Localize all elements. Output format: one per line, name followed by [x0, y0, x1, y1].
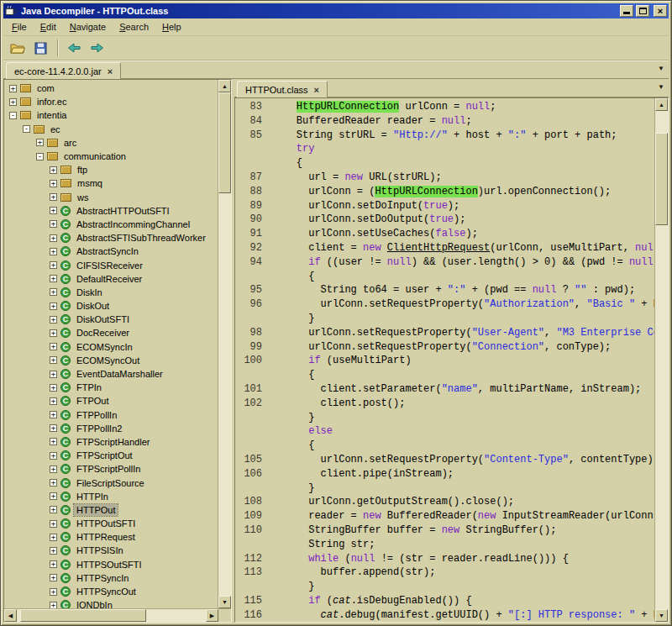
scroll-left-icon[interactable]: ◀	[4, 609, 17, 622]
back-button[interactable]	[63, 39, 85, 58]
type-link[interactable]: ClientHttpRequest	[387, 242, 490, 254]
tree-item-FTPScriptHandler[interactable]: +CFTPScriptHandler	[4, 435, 218, 449]
scrollbar-thumb[interactable]	[655, 133, 668, 225]
jar-tab[interactable]: ec-core-11.4.2.0.0.jar ×	[6, 62, 121, 79]
expand-icon[interactable]: +	[9, 85, 17, 92]
expand-icon[interactable]: +	[50, 207, 57, 214]
tree-item-FTPPollIn[interactable]: +CFTPPollIn	[4, 408, 218, 422]
tree-item-arc[interactable]: +arc	[4, 136, 218, 150]
expand-icon[interactable]: +	[50, 397, 57, 405]
open-jar-button[interactable]	[7, 39, 29, 58]
tree-item-DefaultReceiver[interactable]: +CDefaultReceiver	[4, 272, 218, 286]
tree-vertical-scrollbar[interactable]: ▲ ▼	[218, 80, 231, 608]
scroll-up-icon[interactable]: ▲	[655, 98, 668, 111]
tree-horizontal-scrollbar[interactable]: ◀ ▶	[4, 608, 231, 622]
tree-item-FTPOut[interactable]: +CFTPOut	[4, 394, 218, 408]
expand-icon[interactable]: +	[50, 234, 57, 242]
tree-item-DiskOut[interactable]: +CDiskOut	[4, 299, 218, 313]
tree-item-CIFSISReceiver[interactable]: +CCIFSISReceiver	[4, 258, 218, 271]
tree-item-ECOMSyncIn[interactable]: +CECOMSyncIn	[4, 340, 218, 354]
collapse-icon[interactable]: -	[36, 153, 44, 160]
tree-item-communication[interactable]: -communication	[4, 150, 218, 163]
tree-item-ws[interactable]: +ws	[4, 191, 218, 204]
tree-item-infor.ec[interactable]: +infor.ec	[4, 95, 218, 108]
forward-button[interactable]	[87, 39, 108, 58]
expand-icon[interactable]: +	[50, 452, 57, 460]
collapse-icon[interactable]: -	[23, 125, 30, 133]
expand-icon[interactable]: +	[50, 166, 57, 174]
tree-item-intentia[interactable]: -intentia	[4, 108, 218, 122]
tree-item-DiskOutSFTI[interactable]: +CDiskOutSFTI	[4, 313, 218, 326]
title-bar[interactable]: Java Decompiler - HTTPOut.class ×	[3, 3, 669, 18]
tree-item-HTTPSyncOut[interactable]: +CHTTPSyncOut	[4, 585, 218, 598]
tree-item-AbstractHTTPOutSFTI[interactable]: +CAbstractHTTPOutSFTI	[4, 204, 218, 218]
expand-icon[interactable]: +	[50, 180, 57, 187]
expand-icon[interactable]: +	[50, 424, 57, 432]
expand-icon[interactable]: +	[50, 547, 57, 555]
tree-item-ftp[interactable]: +ftp	[4, 163, 218, 176]
scroll-up-icon[interactable]: ▲	[218, 80, 231, 92]
expand-icon[interactable]: +	[50, 466, 57, 473]
scrollbar-thumb[interactable]	[218, 92, 231, 193]
expand-icon[interactable]: +	[9, 98, 17, 106]
expand-icon[interactable]: +	[50, 343, 57, 350]
class-tab[interactable]: HTTPOut.class ×	[237, 81, 328, 97]
expand-icon[interactable]: +	[50, 275, 57, 282]
tree-item-IONDbIn[interactable]: +CIONDbIn	[4, 598, 218, 608]
tree-item-HTTPOut[interactable]: +CHTTPOut	[4, 503, 218, 517]
minimize-button[interactable]	[620, 5, 633, 17]
expand-icon[interactable]: +	[50, 384, 57, 392]
scroll-down-icon[interactable]: ▼	[655, 609, 668, 622]
expand-icon[interactable]: +	[50, 602, 57, 608]
menu-file[interactable]: File	[5, 19, 34, 34]
expand-icon[interactable]: +	[50, 248, 57, 255]
tab-list-dropdown-icon[interactable]: ▼	[658, 83, 664, 91]
menu-navigate[interactable]: Navigate	[63, 19, 113, 34]
tree-item-com[interactable]: +com	[4, 82, 218, 95]
expand-icon[interactable]: +	[50, 193, 57, 201]
tab-list-dropdown-icon[interactable]: ▼	[658, 65, 664, 72]
package-tree[interactable]: +com+infor.ec-intentia-ec+arc-communicat…	[4, 80, 218, 608]
tree-item-HTTPOutSFTI[interactable]: +CHTTPOutSFTI	[4, 517, 218, 530]
expand-icon[interactable]: +	[50, 316, 57, 324]
expand-icon[interactable]: +	[50, 588, 57, 596]
tree-item-HTTPIn[interactable]: +CHTTPIn	[4, 490, 218, 503]
tree-item-AbstractIncommingChannel[interactable]: +CAbstractIncommingChannel	[4, 218, 218, 231]
expand-icon[interactable]: +	[50, 520, 57, 528]
scrollbar-track[interactable]	[17, 609, 206, 622]
tree-item-HTTPSyncIn[interactable]: +CHTTPSyncIn	[4, 571, 218, 585]
tree-item-HTTPSISIn[interactable]: +CHTTPSISIn	[4, 544, 218, 557]
scroll-down-icon[interactable]: ▼	[218, 596, 231, 608]
expand-icon[interactable]: +	[50, 438, 57, 445]
tree-item-AbstractSFTISubThreadWorker[interactable]: +CAbstractSFTISubThreadWorker	[4, 231, 218, 245]
expand-icon[interactable]: +	[50, 506, 57, 513]
expand-icon[interactable]: +	[50, 479, 57, 487]
scrollbar-track[interactable]	[218, 92, 231, 596]
menu-help[interactable]: Help	[155, 19, 188, 34]
scroll-right-icon[interactable]: ▶	[206, 609, 218, 622]
expand-icon[interactable]: +	[36, 139, 44, 146]
tree-item-FileScriptSource[interactable]: +CFileScriptSource	[4, 476, 218, 489]
code-lines[interactable]: 83 HttpURLConnection urlConn = null;84 B…	[235, 98, 654, 622]
collapse-icon[interactable]: -	[9, 112, 17, 119]
code-vertical-scrollbar[interactable]: ▲ ▼	[654, 98, 668, 622]
tree-item-FTPScriptOut[interactable]: +CFTPScriptOut	[4, 449, 218, 462]
menu-edit[interactable]: Edit	[34, 19, 63, 34]
tree-item-FTPIn[interactable]: +CFTPIn	[4, 381, 218, 394]
expand-icon[interactable]: +	[50, 560, 57, 568]
expand-icon[interactable]: +	[50, 574, 57, 581]
tree-item-HTTPSOutSFTI[interactable]: +CHTTPSOutSFTI	[4, 558, 218, 571]
expand-icon[interactable]: +	[50, 261, 57, 269]
expand-icon[interactable]: +	[50, 220, 57, 228]
close-button[interactable]: ×	[654, 5, 667, 17]
tree-item-FTPScriptPollIn[interactable]: +CFTPScriptPollIn	[4, 462, 218, 476]
expand-icon[interactable]: +	[50, 302, 57, 310]
scrollbar-thumb[interactable]	[20, 609, 146, 622]
tree-item-DocReceiver[interactable]: +CDocReceiver	[4, 326, 218, 339]
tree-item-AbstractSyncIn[interactable]: +CAbstractSyncIn	[4, 245, 218, 258]
menu-search[interactable]: Search	[113, 19, 155, 34]
expand-icon[interactable]: +	[50, 329, 57, 337]
expand-icon[interactable]: +	[50, 288, 57, 296]
tree-item-DiskIn[interactable]: +CDiskIn	[4, 286, 218, 299]
expand-icon[interactable]: +	[50, 411, 57, 418]
